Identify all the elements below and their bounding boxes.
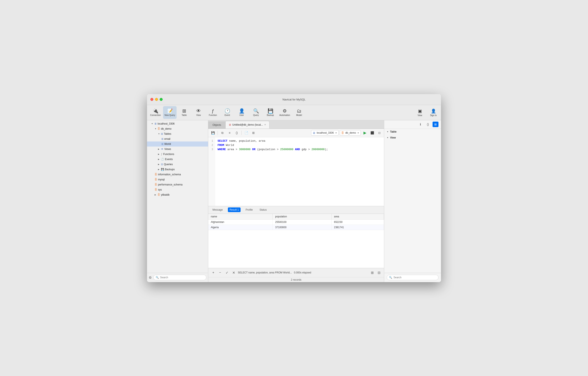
tab-profile[interactable]: Profile	[244, 208, 254, 212]
sidebar-item-label: db_demo	[161, 127, 171, 130]
sql-editor[interactable]: SELECT name, population, area FROM World…	[215, 137, 384, 206]
automation-button[interactable]: ⚙ Automation	[278, 106, 292, 119]
gear-icon[interactable]: ⚙	[149, 276, 152, 280]
minimize-button[interactable]	[155, 98, 158, 101]
parentheses-button[interactable]: ()	[234, 130, 240, 135]
query-button[interactable]: 🔍 Query	[249, 106, 263, 119]
new-query-icon: 📝	[167, 109, 173, 113]
backup-label: Backup	[267, 114, 274, 116]
connection-selector[interactable]: 🖥 localhost_3306 ▼	[311, 130, 339, 135]
ddl-button[interactable]: ()	[425, 122, 431, 127]
explain-button[interactable]: ⊡	[376, 130, 382, 135]
database-value: db_demo	[345, 131, 356, 134]
sidebar: ▼ 🖥 localhost_3306 ▼ 🗄 db_demo ▼ ⊞ Table…	[147, 120, 208, 282]
info-button[interactable]: ℹ	[417, 122, 423, 127]
maximize-button[interactable]	[160, 98, 163, 101]
function-button[interactable]: ƒ Function	[206, 106, 220, 119]
col-name: name	[208, 214, 273, 220]
sidebar-item-performance-schema[interactable]: 🗄 performance_schema	[147, 182, 208, 187]
database-icon: 🗄	[341, 131, 344, 134]
tab-message[interactable]: Message	[211, 208, 224, 212]
info-section-table[interactable]: ▼ Table	[384, 129, 441, 135]
new-query-button[interactable]: 📝 New Query	[163, 106, 177, 119]
database-icon: 🗄	[155, 173, 157, 176]
main-content: ▼ 🖥 localhost_3306 ▼ 🗄 db_demo ▼ ⊞ Table…	[147, 120, 441, 282]
sidebar-item-sys[interactable]: 🗄 sys	[147, 187, 208, 192]
connection-button[interactable]: 🔌 Connection	[149, 106, 162, 119]
new-query-label: New Query	[165, 114, 175, 116]
grid-view-button[interactable]: ⊞	[370, 270, 375, 275]
views-icon: 👁	[161, 148, 163, 151]
tab-query-label: Untitled@db_demo (local...	[232, 123, 263, 126]
sql-line-3: WHERE area > 3000000 OR (population > 25…	[218, 147, 381, 152]
add-record-button[interactable]: +	[211, 270, 216, 275]
view-button[interactable]: 👁 View	[192, 106, 205, 119]
sign-in-button[interactable]: 👤 Sign In	[428, 106, 439, 119]
format-button[interactable]: ≡	[227, 130, 232, 135]
cancel-record-button[interactable]: ✕	[231, 270, 236, 275]
sidebar-item-label: mysql	[158, 178, 165, 181]
user-button[interactable]: 👤 User	[235, 106, 248, 119]
user-label: User	[239, 114, 244, 116]
sidebar-item-tables[interactable]: ▼ ⊞ Tables	[147, 131, 208, 136]
database-selector[interactable]: 🗄 db_demo ▼	[340, 130, 361, 135]
functions-icon: ƒ	[161, 153, 162, 156]
sidebar-bottom: ⚙ 🔍	[147, 273, 208, 282]
info-section-view[interactable]: ▼ View	[384, 135, 441, 141]
sidebar-item-email[interactable]: ⊞ email	[147, 136, 208, 142]
right-panel: Objects ⊞ Untitled@db_demo (local... ✕ 💾…	[208, 120, 384, 282]
connection-icon: 🖥	[313, 131, 315, 134]
sidebar-item-views[interactable]: ▶ 👁 Views	[147, 146, 208, 152]
table-row[interactable]: Algeria 37100000 2381741	[208, 225, 384, 230]
sidebar-item-functions[interactable]: ▶ ƒ Functions	[147, 152, 208, 157]
run-button[interactable]: ▶	[362, 130, 368, 135]
table-button[interactable]: ⊞ Table	[178, 106, 191, 119]
grid-button[interactable]: ⊞	[251, 130, 256, 135]
grid-info-button[interactable]: ⊞	[432, 122, 439, 127]
tab-result1[interactable]: Result 1	[228, 208, 241, 212]
cell-area: 2381741	[331, 225, 384, 230]
sidebar-item-events[interactable]: ▶ 🕐 Events	[147, 157, 208, 162]
tab-objects[interactable]: Objects	[208, 122, 225, 129]
view-icon: 👁	[196, 109, 201, 113]
view-right-button[interactable]: ▣ View	[414, 106, 426, 119]
event-button[interactable]: 🕐 Event	[220, 106, 234, 119]
sidebar-item-mysql[interactable]: 🗄 mysql	[147, 177, 208, 182]
close-icon[interactable]: ✕	[264, 123, 266, 126]
sidebar-item-label: performance_schema	[158, 183, 182, 186]
dropdown-icon: ▼	[357, 132, 359, 134]
backup-button[interactable]: 💾 Backup	[263, 106, 277, 119]
sidebar-item-localhost[interactable]: ▼ 🖥 localhost_3306	[147, 121, 208, 126]
snippet-button[interactable]: 📄	[243, 130, 249, 135]
tab-query[interactable]: ⊞ Untitled@db_demo (local... ✕	[225, 121, 270, 129]
confirm-button[interactable]: ✓	[224, 270, 229, 275]
cell-name: Algeria	[208, 225, 273, 230]
database-icon: 🗄	[155, 183, 157, 186]
search-icon: 🔍	[156, 276, 159, 279]
chevron-down-icon: ▼	[387, 137, 389, 139]
sidebar-item-queries[interactable]: ▶ ⊟ Queries	[147, 162, 208, 167]
sidebar-item-backups[interactable]: ▶ 💾 Backups	[147, 167, 208, 172]
info-search-input[interactable]	[393, 276, 436, 279]
form-view-button[interactable]: ⊟	[376, 270, 381, 275]
copy-button[interactable]: ⧉	[220, 130, 225, 135]
tab-bar: Objects ⊞ Untitled@db_demo (local... ✕	[208, 120, 384, 129]
model-button[interactable]: 🗂 Model	[292, 106, 306, 119]
delete-record-button[interactable]: −	[218, 270, 223, 275]
backup-icon: 💾	[268, 109, 273, 113]
results-table: name population area Afghanistan 2550010…	[208, 214, 384, 230]
sidebar-item-world[interactable]: ⊞ World	[147, 142, 208, 146]
sql-line-2: FROM World	[218, 143, 381, 147]
sidebar-item-information-schema[interactable]: 🗄 information_schema	[147, 172, 208, 177]
chevron-right-icon: ▶	[155, 194, 157, 196]
sidebar-search-input[interactable]	[160, 276, 204, 279]
save-button[interactable]: 💾	[210, 130, 216, 135]
titlebar: Navicat for MySQL	[147, 94, 441, 105]
tab-status[interactable]: Status	[258, 208, 268, 212]
close-button[interactable]	[150, 98, 153, 101]
chevron-down-icon: ▼	[387, 131, 389, 133]
table-row[interactable]: Afghanistan 25500100 652230	[208, 219, 384, 225]
sidebar-item-yiibaidb[interactable]: ▶ 🗄 yiibaidb	[147, 192, 208, 197]
sidebar-item-db-demo[interactable]: ▼ 🗄 db_demo	[147, 126, 208, 131]
stop-button[interactable]: ⬛	[369, 130, 375, 135]
